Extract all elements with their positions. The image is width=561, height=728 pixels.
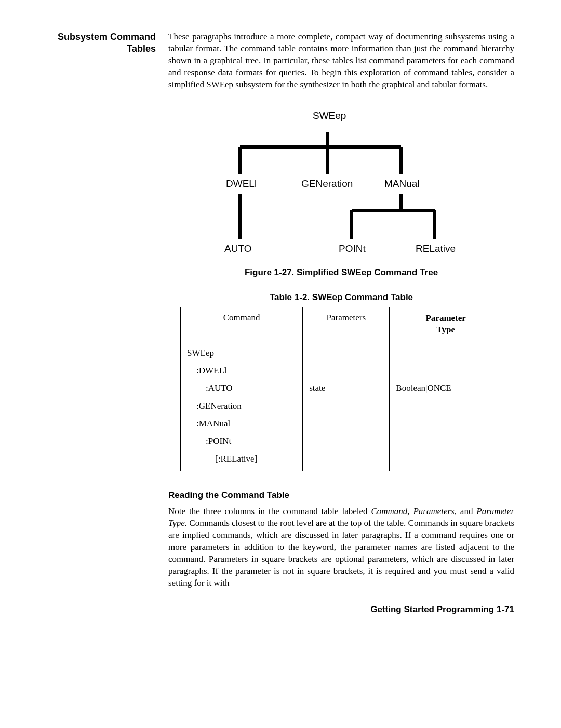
intro-paragraph: These paragraphs introduce a more comple…	[168, 31, 514, 91]
reading-heading: Reading the Command Table	[168, 490, 514, 501]
table-row-sweep: SWEep	[187, 344, 296, 362]
table-row-relative: [:RELative]	[187, 450, 296, 468]
section-heading: Subsystem Command Tables	[47, 31, 156, 56]
command-tree-diagram: SWEep DWELl GENeration MANual AUTO	[196, 106, 487, 278]
tree-node-dwell: DWELl	[226, 178, 257, 189]
reading-paragraph: Note the three columns in the command ta…	[168, 506, 514, 589]
column-header-command: Command	[181, 307, 303, 341]
column-header-parameter-type: Parameter Type	[390, 307, 502, 341]
column-header-parameter-type-line2: Type	[436, 325, 455, 334]
tree-node-auto: AUTO	[224, 243, 251, 254]
reading-text-3: Commands closest to the root level are a…	[168, 518, 514, 588]
page-footer: Getting Started Programming 1-71	[168, 604, 514, 615]
reading-italic-1: Command, Parameters,	[371, 506, 457, 516]
tree-node-point: POINt	[339, 243, 366, 254]
tree-node-generation: GENeration	[301, 178, 353, 189]
table-row-point: :POINt	[187, 433, 296, 450]
tree-node-manual: MANual	[384, 178, 420, 189]
sweep-command-table: Command Parameters Parameter Type SWEep …	[180, 307, 502, 471]
reading-text-1: Note the three columns in the command ta…	[168, 506, 371, 516]
reading-text-2: and	[457, 506, 476, 516]
column-header-parameter-type-line1: Parameter	[425, 313, 465, 323]
tree-node-relative: RELative	[416, 243, 456, 254]
table-title: Table 1-2. SWEep Command Table	[168, 292, 514, 303]
table-row-dwell: :DWELl	[187, 362, 296, 380]
table-cell-param-state: state	[309, 380, 383, 397]
table-row-generation: :GENeration	[187, 397, 296, 415]
table-row-manual: :MANual	[187, 415, 296, 433]
tree-node-root: SWEep	[313, 110, 346, 121]
column-header-parameters: Parameters	[303, 307, 390, 341]
table-row-auto: :AUTO	[187, 380, 296, 397]
figure-caption: Figure 1-27. Simplified SWEep Command Tr…	[196, 267, 487, 278]
table-cell-type-state: Boolean|ONCE	[396, 380, 496, 397]
